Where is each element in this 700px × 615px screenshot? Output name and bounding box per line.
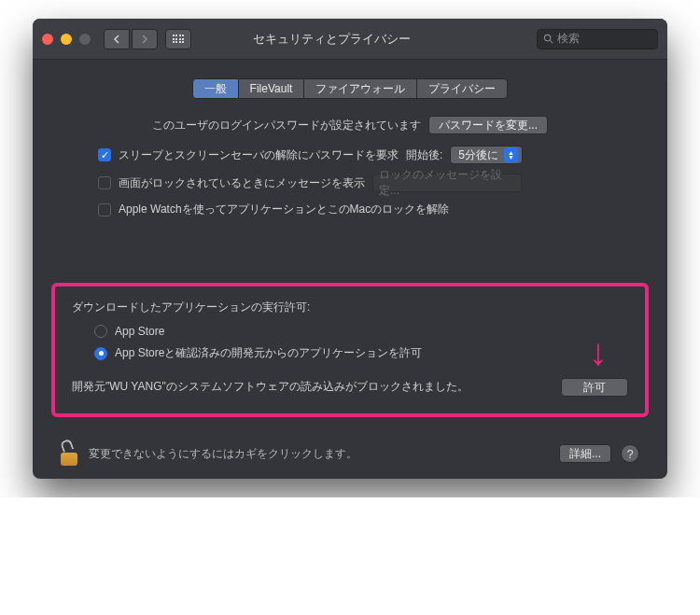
details-button[interactable]: 詳細... bbox=[559, 444, 611, 463]
after-label: 開始後: bbox=[406, 147, 442, 163]
download-apps-title: ダウンロードしたアプリケーションの実行許可: bbox=[72, 300, 628, 315]
search-input[interactable]: 検索 bbox=[537, 29, 658, 49]
lock-message-button: ロックのメッセージを設定... bbox=[372, 174, 522, 192]
lock-message-row: 画面がロックされているときにメッセージを表示 ロックのメッセージを設定... bbox=[61, 174, 639, 192]
titlebar: セキュリティとプライバシー 検索 bbox=[33, 19, 667, 60]
select-arrows-icon: ▲▼ bbox=[504, 147, 518, 162]
preferences-window: セキュリティとプライバシー 検索 一般 FileVault ファイアウォール プ… bbox=[33, 19, 667, 479]
tab-filevault[interactable]: FileVault bbox=[239, 78, 305, 99]
apple-watch-label: Apple Watchを使ってアプリケーションとこのMacのロックを解除 bbox=[119, 202, 449, 217]
radio-identified-row: App Storeと確認済みの開発元からのアプリケーションを許可 bbox=[72, 345, 628, 361]
svg-line-1 bbox=[550, 40, 553, 43]
blocked-software-row: 開発元"WU YANG"のシステムソフトウェアの読み込みがブロックされました。 … bbox=[72, 378, 628, 397]
zoom-window-button bbox=[79, 34, 91, 45]
radio-appstore-row: App Store bbox=[72, 325, 628, 338]
lock-text: 変更できないようにするにはカギをクリックします。 bbox=[89, 446, 357, 462]
require-password-label: スリープとスクリーンセーバの解除にパスワードを要求 bbox=[119, 147, 399, 163]
tab-firewall[interactable]: ファイアウォール bbox=[304, 78, 417, 99]
apple-watch-row: Apple Watchを使ってアプリケーションとこのMacのロックを解除 bbox=[61, 202, 639, 217]
tab-privacy[interactable]: プライバシー bbox=[417, 78, 508, 99]
apple-watch-checkbox[interactable] bbox=[98, 203, 111, 217]
delay-value: 5分後に bbox=[458, 147, 498, 163]
window-title: セキュリティとプライバシー bbox=[126, 31, 537, 48]
radio-appstore-label: App Store bbox=[115, 325, 164, 338]
change-password-button[interactable]: パスワードを変更... bbox=[428, 116, 548, 134]
search-icon bbox=[543, 34, 553, 44]
delay-select[interactable]: 5分後に ▲▼ bbox=[450, 146, 523, 164]
chevron-left-icon bbox=[113, 35, 120, 44]
download-apps-section: ↓ ダウンロードしたアプリケーションの実行許可: App Store App S… bbox=[51, 283, 649, 417]
minimize-window-button[interactable] bbox=[61, 34, 72, 45]
require-password-checkbox[interactable] bbox=[98, 148, 111, 161]
password-row: このユーザのログインパスワードが設定されています パスワードを変更... bbox=[61, 116, 639, 134]
window-controls bbox=[42, 34, 91, 45]
radio-identified-label: App Storeと確認済みの開発元からのアプリケーションを許可 bbox=[115, 345, 422, 361]
close-window-button[interactable] bbox=[42, 34, 53, 45]
tab-general[interactable]: 一般 bbox=[192, 78, 239, 99]
svg-point-0 bbox=[544, 35, 550, 40]
radio-identified[interactable] bbox=[94, 347, 107, 360]
radio-appstore[interactable] bbox=[94, 325, 107, 338]
search-placeholder: 検索 bbox=[557, 31, 580, 47]
tabs: 一般 FileVault ファイアウォール プライバシー bbox=[61, 78, 639, 99]
lock-icon[interactable] bbox=[61, 441, 79, 466]
lock-message-checkbox[interactable] bbox=[98, 176, 111, 189]
footer: 変更できないようにするにはカギをクリックします。 詳細... ? bbox=[61, 436, 639, 466]
lock-message-label: 画面がロックされているときにメッセージを表示 bbox=[119, 175, 365, 191]
content: 一般 FileVault ファイアウォール プライバシー このユーザのログインパ… bbox=[33, 60, 667, 479]
help-button[interactable]: ? bbox=[621, 444, 639, 463]
blocked-message: 開発元"WU YANG"のシステムソフトウェアの読み込みがブロックされました。 bbox=[72, 378, 546, 396]
allow-button[interactable]: 許可 bbox=[561, 378, 628, 397]
password-description: このユーザのログインパスワードが設定されています bbox=[152, 118, 421, 133]
require-password-row: スリープとスクリーンセーバの解除にパスワードを要求 開始後: 5分後に ▲▼ bbox=[61, 146, 639, 164]
